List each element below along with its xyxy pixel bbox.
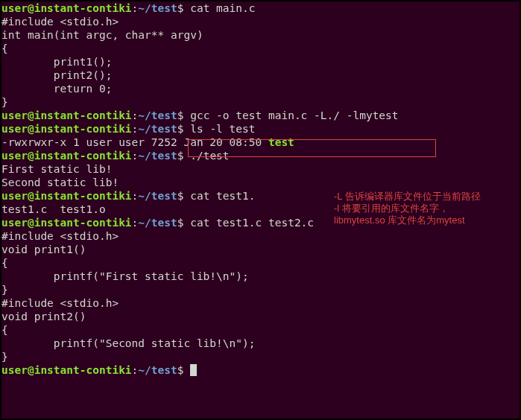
output-line: } bbox=[1, 283, 520, 296]
terminal-line: user@instant-contiki:~/test$ gcc -o test… bbox=[1, 109, 520, 122]
executable-file: test bbox=[268, 136, 294, 148]
output-line: { bbox=[1, 323, 520, 337]
output-line: void print1() bbox=[1, 243, 520, 256]
command: ./test bbox=[190, 150, 229, 162]
annotation-text: -L 告诉编译器库文件位于当前路径 -l 将要引用的库文件名字， libmyte… bbox=[334, 191, 520, 226]
output-line: Second static lib! bbox=[1, 176, 520, 189]
prompt-user: user@instant-contiki bbox=[1, 2, 132, 14]
output-line: printf("First static lib!\n"); bbox=[1, 270, 520, 283]
cursor bbox=[190, 364, 197, 376]
output-line: { bbox=[1, 42, 520, 55]
output-line: printf("Second static lib!\n"); bbox=[1, 337, 520, 350]
output-line: #include <stdio.h> bbox=[1, 296, 520, 310]
terminal-line: user@instant-contiki:~/test$ ./test bbox=[1, 149, 520, 162]
output-line: print2(); bbox=[1, 69, 520, 82]
output-line: -rwxrwxr-x 1 user user 7252 Jan 20 08:50… bbox=[1, 136, 520, 149]
output-line: #include <stdio.h> bbox=[1, 15, 520, 28]
command: gcc -o test main.c -L./ -lmytest bbox=[190, 109, 398, 121]
output-line: return 0; bbox=[1, 82, 520, 95]
output-line: #include <stdio.h> bbox=[1, 229, 520, 243]
terminal-line: user@instant-contiki:~/test$ cat main.c bbox=[1, 1, 520, 15]
output-line: void print2() bbox=[1, 310, 520, 323]
command: cat test1. bbox=[190, 190, 255, 202]
prompt-path: ~/test bbox=[138, 2, 177, 14]
command: ls -l test bbox=[190, 123, 255, 135]
output-line: First static lib! bbox=[1, 162, 520, 176]
output-line: print1(); bbox=[1, 55, 520, 69]
terminal-window[interactable]: user@instant-contiki:~/test$ cat main.c … bbox=[1, 1, 520, 419]
terminal-line: user@instant-contiki:~/test$ ls -l test bbox=[1, 122, 520, 136]
output-line: } bbox=[1, 95, 520, 109]
terminal-line[interactable]: user@instant-contiki:~/test$ bbox=[1, 363, 520, 377]
output-line: { bbox=[1, 256, 520, 270]
output-line: } bbox=[1, 350, 520, 363]
command: cat main.c bbox=[190, 2, 255, 14]
command: cat test1.c test2.c bbox=[190, 217, 314, 229]
output-line: int main(int argc, char** argv) bbox=[1, 28, 520, 42]
